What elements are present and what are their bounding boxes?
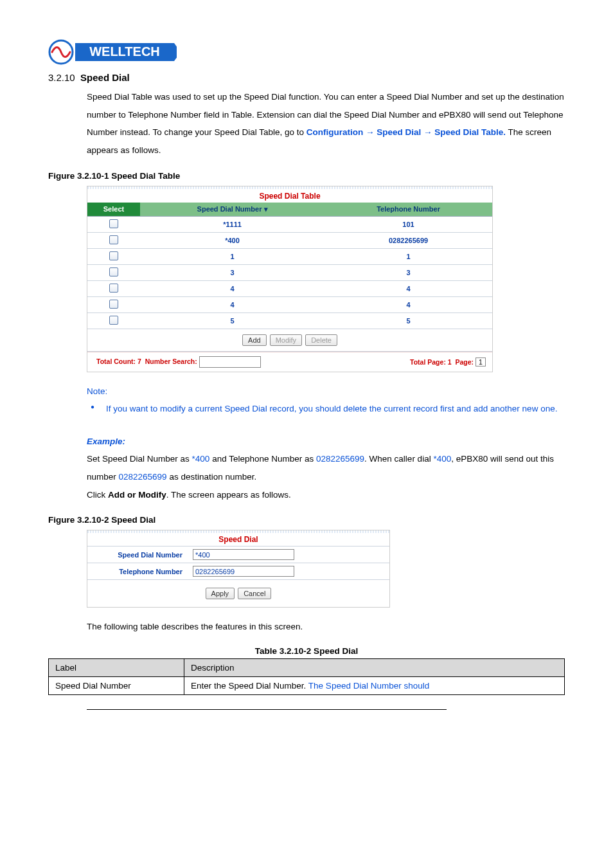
- example-text: Set Speed Dial Number as *400 and Teleph…: [87, 450, 565, 485]
- cell-number[interactable]: 4: [140, 296, 324, 312]
- desc-row: Speed Dial Number Enter the Speed Dial N…: [49, 677, 565, 695]
- note-list: If you want to modify a current Speed Di…: [87, 400, 565, 418]
- table-row: 4 4: [87, 280, 492, 296]
- hdr-label: Label: [49, 659, 184, 677]
- row-checkbox[interactable]: [109, 219, 118, 228]
- cell-tel[interactable]: 101: [324, 216, 492, 232]
- description-table: Label Description Speed Dial Number Ente…: [48, 658, 565, 695]
- cell-number[interactable]: 3: [140, 264, 324, 280]
- fig1-footer: Total Count: 7 Number Search: Total Page…: [87, 352, 492, 372]
- table-row: *1111 101: [87, 216, 492, 232]
- total-page-value: 1: [448, 358, 452, 366]
- sort-indicator-icon: ▾: [264, 205, 268, 213]
- modify-button[interactable]: Modify: [270, 334, 302, 346]
- section-title: Speed Dial: [80, 72, 130, 83]
- row-checkbox[interactable]: [109, 251, 118, 260]
- apply-button[interactable]: Apply: [206, 588, 235, 599]
- cell-tel[interactable]: 4: [324, 296, 492, 312]
- total-count-value: 7: [138, 357, 141, 365]
- col-telephone-number[interactable]: Telephone Number: [324, 203, 492, 217]
- logo-text: WELLTECH: [89, 44, 160, 59]
- cell-number[interactable]: *400: [140, 232, 324, 248]
- add-button[interactable]: Add: [242, 334, 267, 346]
- desc-label: Speed Dial Number: [49, 677, 184, 695]
- cell-tel[interactable]: 1: [324, 248, 492, 264]
- cell-number[interactable]: 4: [140, 280, 324, 296]
- note-block: Note: If you want to modify a current Sp…: [87, 386, 565, 418]
- welltech-logo-svg: WELLTECH: [48, 39, 177, 66]
- row-checkbox[interactable]: [109, 235, 118, 244]
- hdr-desc: Description: [184, 659, 565, 677]
- figure-1-speed-dial-table: Speed Dial Table Select Speed Dial Numbe…: [87, 186, 493, 372]
- total-count-label: Total Count:: [96, 357, 136, 365]
- cell-number[interactable]: 1: [140, 248, 324, 264]
- example-title: Example:: [87, 437, 565, 446]
- after-fig2-text: The following table describes the featur…: [87, 618, 565, 636]
- cell-tel[interactable]: 0282265699: [324, 232, 492, 248]
- row-checkbox[interactable]: [109, 300, 118, 309]
- note-item: If you want to modify a current Speed Di…: [87, 400, 565, 418]
- section-number: 3.2.10: [48, 72, 75, 83]
- cell-tel[interactable]: 4: [324, 280, 492, 296]
- footer-rule: [87, 709, 447, 710]
- fig2-title: Speed Dial: [87, 533, 389, 546]
- table-row: 5 5: [87, 312, 492, 329]
- fig1-button-row: Add Modify Delete: [87, 329, 492, 352]
- section-heading: 3.2.10 Speed Dial: [48, 72, 565, 83]
- intro-link: Configuration → Speed Dial → Speed Dial …: [306, 127, 506, 137]
- table-caption: Table 3.2.10-2 Speed Dial: [48, 646, 565, 656]
- footer-left: Total Count: 7 Number Search:: [96, 356, 261, 368]
- col-speed-dial-number[interactable]: Speed Dial Number ▾: [140, 203, 324, 217]
- row-checkbox[interactable]: [109, 284, 118, 293]
- sdn-label: Speed Dial Number: [87, 547, 188, 563]
- table-row: 3 3: [87, 264, 492, 280]
- speed-dial-table: Select Speed Dial Number ▾ Telephone Num…: [87, 203, 492, 329]
- col-select: Select: [87, 203, 140, 217]
- speed-dial-form-table: Speed Dial Number Telephone Number: [87, 546, 389, 580]
- figure-1-caption: Figure 3.2.10-1 Speed Dial Table: [48, 171, 565, 181]
- cell-tel[interactable]: 3: [324, 264, 492, 280]
- number-search-label: Number Search:: [145, 357, 197, 365]
- svg-marker-2: [174, 43, 177, 61]
- number-search-input[interactable]: [199, 356, 261, 368]
- tel-label: Telephone Number: [87, 563, 188, 580]
- intro-paragraph: Speed Dial Table was used to set up the …: [87, 88, 565, 159]
- row-checkbox[interactable]: [109, 267, 118, 276]
- example-block: Example: Set Speed Dial Number as *400 a…: [87, 437, 565, 503]
- fig1-title: Speed Dial Table: [87, 189, 492, 203]
- figure-2-speed-dial-form: Speed Dial Speed Dial Number Telephone N…: [87, 530, 390, 608]
- sdn-input[interactable]: [193, 549, 294, 560]
- brand-logo: WELLTECH: [48, 39, 565, 66]
- cancel-button[interactable]: Cancel: [238, 588, 271, 599]
- cell-number[interactable]: 5: [140, 312, 324, 329]
- figure-2-caption: Figure 3.2.10-2 Speed Dial: [48, 515, 565, 525]
- cell-tel[interactable]: 5: [324, 312, 492, 329]
- note-title: Note:: [87, 386, 565, 396]
- table-row: *400 0282265699: [87, 232, 492, 248]
- cell-number[interactable]: *1111: [140, 216, 324, 232]
- table-row: 4 4: [87, 296, 492, 312]
- tel-input[interactable]: [193, 566, 294, 577]
- table-row: 1 1: [87, 248, 492, 264]
- fig2-button-row: Apply Cancel: [87, 580, 389, 607]
- page-value[interactable]: 1: [475, 357, 486, 366]
- delete-button[interactable]: Delete: [305, 334, 337, 346]
- total-page-label: Total Page:: [410, 358, 446, 366]
- page-label: Page:: [455, 358, 474, 366]
- desc-value: Enter the Speed Dial Number. The Speed D…: [184, 677, 565, 695]
- example-text-2: Click Add or Modify. The screen appears …: [87, 486, 565, 504]
- row-checkbox[interactable]: [109, 316, 118, 325]
- footer-right: Total Page: 1 Page: 1: [410, 357, 486, 366]
- desc-header-row: Label Description: [49, 659, 565, 677]
